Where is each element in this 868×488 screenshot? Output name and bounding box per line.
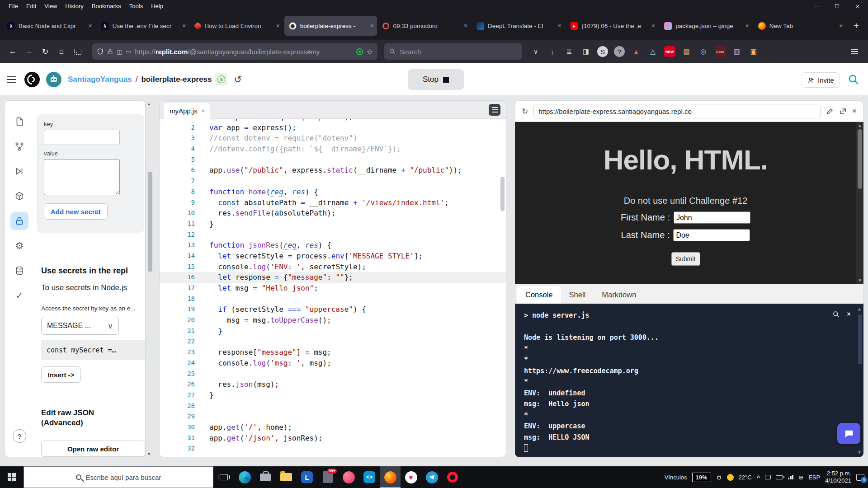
workspace-menu-button[interactable] <box>7 76 16 83</box>
scrollbar-thumb[interactable] <box>858 129 862 189</box>
show-hidden-icons-chevron[interactable]: ^ <box>757 474 760 481</box>
file-explorer-icon[interactable] <box>276 466 297 488</box>
scroll-down-icon[interactable]: ▼ <box>858 450 861 455</box>
browser-tab[interactable]: DeepL Translate - El× <box>472 16 565 36</box>
vscode-icon[interactable]: <> <box>359 466 380 488</box>
run-config-icon[interactable] <box>10 162 28 180</box>
console-tab-markdown[interactable]: Markdown <box>594 286 644 304</box>
address-bar[interactable]: ◫ ▭ https://replit.com/@santiagoyanguas/… <box>92 43 377 60</box>
console-output[interactable]: > node server.js Node is listening on po… <box>515 304 863 457</box>
tab-close-icon[interactable]: × <box>370 22 373 29</box>
files-icon[interactable] <box>10 113 28 131</box>
preview-url-field[interactable]: https://boilerplate-express.santiagoyang… <box>533 104 821 118</box>
scroll-up-icon[interactable]: ▲ <box>858 123 862 128</box>
new-badge-icon[interactable]: NEW <box>664 46 675 57</box>
screenshot-tool-icon[interactable] <box>71 44 85 59</box>
react-devtools-icon[interactable]: ◎ <box>698 46 709 57</box>
editor-tab-myapp[interactable]: myApp.js × <box>164 103 210 119</box>
downloads-icon[interactable]: ↓ <box>547 46 558 57</box>
autoplay-blocked-icon[interactable]: ▭ <box>126 48 131 55</box>
battery-icon[interactable] <box>776 475 783 479</box>
tab-close-icon[interactable]: × <box>88 22 92 29</box>
tab-close-icon[interactable]: × <box>651 22 655 29</box>
menubar-item-history[interactable]: History <box>61 3 87 9</box>
scroll-down-icon[interactable]: ▼ <box>858 278 862 283</box>
open-in-new-tab-icon[interactable] <box>839 108 847 115</box>
browser-tab[interactable]: 09:33 pomodoro× <box>378 16 471 36</box>
grammarly-icon[interactable] <box>356 48 363 55</box>
menubar-item-tools[interactable]: Tools <box>125 3 147 9</box>
tab-close-icon[interactable]: × <box>276 22 280 29</box>
firefox-icon[interactable] <box>380 466 401 488</box>
editor-scrollbar-thumb[interactable] <box>500 177 505 211</box>
library-icon[interactable]: ≣ <box>564 46 575 57</box>
menubar-item-help[interactable]: Help <box>147 3 167 9</box>
task-view-button[interactable] <box>213 466 234 488</box>
scrollbar-thumb[interactable] <box>858 314 862 364</box>
secret-key-input[interactable] <box>44 130 120 145</box>
settings-icon[interactable]: ⚙ <box>10 237 28 255</box>
temperature-label[interactable]: 22°C <box>739 474 752 481</box>
invite-button[interactable]: Invite <box>802 72 840 88</box>
links-toolbar[interactable]: Vínculos <box>665 474 687 481</box>
opera-icon[interactable] <box>442 466 463 488</box>
window-restore-button[interactable] <box>826 0 847 12</box>
stop-button[interactable]: Stop <box>408 69 464 90</box>
workspace-search-icon[interactable] <box>848 74 859 85</box>
breadcrumb-username[interactable]: SantiagoYanguas <box>68 75 132 84</box>
menubar-item-bookmarks[interactable]: Bookmarks <box>88 3 125 9</box>
breadcrumb-repo[interactable]: boilerplate-express <box>141 75 212 84</box>
scrollbar-thumb[interactable] <box>148 172 152 272</box>
edge-icon[interactable] <box>234 466 255 488</box>
support-chat-button[interactable] <box>837 423 860 444</box>
secrets-icon[interactable] <box>10 212 28 230</box>
version-control-icon[interactable] <box>10 137 28 155</box>
browser-tab[interactable]: New Tab× <box>754 16 847 36</box>
browser-tab[interactable]: package.json – ginge× <box>660 16 753 36</box>
store-icon[interactable] <box>255 466 276 488</box>
weather-icon[interactable] <box>727 474 734 481</box>
start-button[interactable] <box>0 466 24 488</box>
search-bar[interactable]: Search <box>384 43 522 60</box>
database-icon[interactable] <box>10 262 28 280</box>
lock-icon[interactable] <box>107 48 113 55</box>
heart-app-icon[interactable]: ♥ <box>401 466 421 488</box>
clock[interactable]: 2:52 p.m. 4/10/2021 <box>825 470 851 484</box>
browser-tab[interactable]: How to Load Environ× <box>190 16 283 36</box>
help-button[interactable]: ? <box>13 429 26 443</box>
book-extension-icon[interactable]: ▤ <box>681 46 692 57</box>
usb-plug-icon[interactable] <box>716 474 722 480</box>
last-name-input[interactable] <box>673 229 750 241</box>
checklist-icon[interactable]: ✓ <box>10 286 28 305</box>
pink-app-icon[interactable] <box>338 466 359 488</box>
language-indicator[interactable]: ESP <box>808 474 820 481</box>
console-tab-console[interactable]: Console <box>517 286 561 304</box>
browser-tab[interactable]: λUse the .env File secr× <box>97 16 190 36</box>
sidebars-icon[interactable]: ◨ <box>580 46 591 57</box>
preview-reload-icon[interactable]: ↻ <box>522 107 528 116</box>
back-button[interactable]: ← <box>5 44 20 59</box>
tab-close-icon[interactable]: × <box>557 22 561 29</box>
console-tab-shell[interactable]: Shell <box>561 286 594 304</box>
permissions-icon[interactable]: ◫ <box>117 48 122 55</box>
submit-button[interactable]: Submit <box>671 252 700 266</box>
window-minimize-button[interactable] <box>806 0 826 12</box>
preview-close-icon[interactable]: × <box>852 107 857 116</box>
globe-network-icon[interactable]: ⊕ <box>798 474 803 481</box>
notifications-99-icon[interactable]: 99+ <box>317 466 338 488</box>
action-center-icon[interactable]: 9 <box>856 474 864 481</box>
add-new-secret-button[interactable]: Add new secret <box>44 203 108 220</box>
app-menu-button[interactable] <box>846 46 863 57</box>
telegram-icon[interactable] <box>421 466 442 488</box>
tab-close-icon[interactable]: × <box>745 22 749 29</box>
edit-pencil-icon[interactable] <box>826 108 834 115</box>
preview-scrollbar[interactable]: ▲ ▼ <box>856 122 863 284</box>
code-editor[interactable]: 1var express = require('express');2var a… <box>160 119 506 457</box>
tab-close-icon[interactable]: × <box>464 22 467 29</box>
scroll-up-icon[interactable]: ▴ <box>148 101 150 106</box>
battery-percent-box[interactable]: 19% <box>692 473 711 482</box>
insert-button[interactable]: Insert -> <box>41 366 81 383</box>
help-extension-icon[interactable]: ? <box>614 46 625 57</box>
taskbar-search[interactable]: Escribe aquí para buscar <box>24 466 213 488</box>
pocket-icon[interactable]: ∨ <box>530 46 541 57</box>
